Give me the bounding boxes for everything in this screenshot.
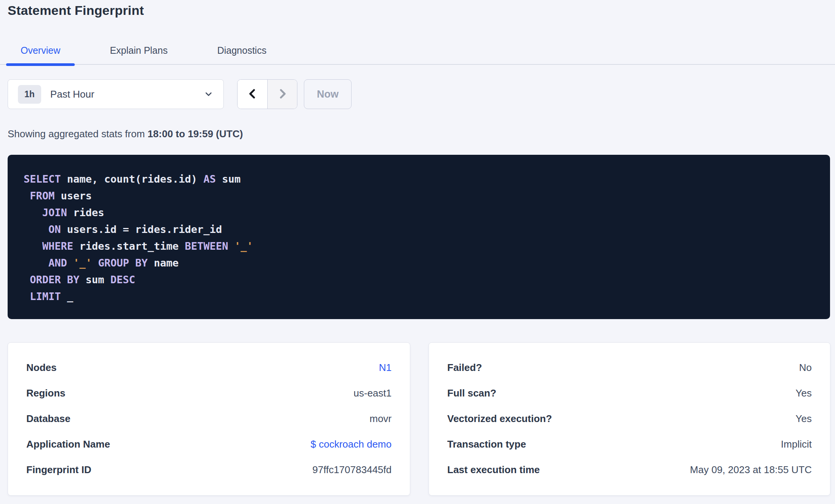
tab-overview[interactable]: Overview xyxy=(6,37,75,64)
detail-label: Nodes xyxy=(26,362,56,374)
sql-keyword: ON xyxy=(48,223,61,235)
statement-details-card-right: Failed?NoFull scan?YesVectorized executi… xyxy=(429,342,830,496)
sql-text xyxy=(24,274,30,286)
detail-label: Database xyxy=(26,413,71,425)
detail-label: Full scan? xyxy=(447,387,496,399)
time-range-label: Past Hour xyxy=(50,88,95,100)
detail-value: us-east1 xyxy=(353,387,392,399)
detail-row: Failed?No xyxy=(447,355,812,380)
detail-value: movr xyxy=(369,413,392,425)
sql-keyword: GROUP BY xyxy=(98,257,148,269)
sql-line: FROM users xyxy=(24,188,819,204)
sql-text xyxy=(67,257,73,269)
sql-text xyxy=(92,257,98,269)
sql-keyword: SELECT xyxy=(24,173,61,185)
now-button[interactable]: Now xyxy=(304,79,352,109)
sql-line: ORDER BY sum DESC xyxy=(24,271,819,288)
detail-label: Last execution time xyxy=(447,464,540,476)
detail-label: Vectorized execution? xyxy=(447,413,552,425)
sql-string-literal: '_' xyxy=(73,257,92,269)
time-range-dropdown[interactable]: 1h Past Hour xyxy=(8,79,224,109)
sql-text: users xyxy=(55,190,92,202)
next-time-window-button[interactable] xyxy=(267,80,297,109)
sql-text xyxy=(24,291,30,302)
sql-line: ON users.id = rides.rider_id xyxy=(24,221,819,238)
sql-line: LIMIT _ xyxy=(24,288,819,305)
detail-value: May 09, 2023 at 18:55 UTC xyxy=(690,464,812,476)
time-controls: 1h Past Hour Now xyxy=(8,79,352,109)
sql-text: _ xyxy=(61,291,74,302)
sql-text: users.id = rides.rider_id xyxy=(61,223,222,235)
sql-line: SELECT name, count(rides.id) AS sum xyxy=(24,171,819,188)
prev-time-window-button[interactable] xyxy=(238,80,267,109)
sql-line: WHERE rides.start_time BETWEEN '_' xyxy=(24,238,819,255)
sql-line: JOIN rides xyxy=(24,204,819,221)
detail-row: Transaction typeImplicit xyxy=(447,432,812,457)
sql-keyword: LIMIT xyxy=(30,291,61,302)
statement-details-card-left: NodesN1Regionsus-east1DatabasemovrApplic… xyxy=(8,342,410,496)
detail-label: Failed? xyxy=(447,362,482,374)
sql-text xyxy=(24,240,42,252)
chevron-right-icon xyxy=(276,87,289,101)
tab-label: Diagnostics xyxy=(217,45,267,56)
sql-text: rides.start_time xyxy=(73,240,185,252)
sql-keyword: FROM xyxy=(30,190,55,202)
stats-caption-range: 18:00 to 19:59 (UTC) xyxy=(148,128,243,140)
time-interval-badge: 1h xyxy=(18,85,41,104)
now-button-label: Now xyxy=(317,88,339,100)
sql-keyword: AS xyxy=(203,173,216,185)
time-window-nav xyxy=(237,79,297,109)
stats-caption-prefix: Showing aggregated stats from xyxy=(8,128,148,140)
sql-text: name xyxy=(148,257,178,269)
sql-statement-box: SELECT name, count(rides.id) AS sum FROM… xyxy=(8,155,830,319)
sql-code: SELECT name, count(rides.id) AS sum FROM… xyxy=(24,171,819,305)
sql-keyword: DESC xyxy=(111,274,135,286)
detail-value-link[interactable]: $ cockroach demo xyxy=(311,438,392,450)
tab-explain-plans[interactable]: Explain Plans xyxy=(95,37,182,64)
page-title: Statement Fingerprint xyxy=(8,3,144,18)
detail-row: Full scan?Yes xyxy=(447,380,812,406)
tab-label: Overview xyxy=(21,45,60,56)
sql-text xyxy=(24,190,30,202)
sql-keyword: AND xyxy=(48,257,67,269)
aggregated-stats-caption: Showing aggregated stats from 18:00 to 1… xyxy=(8,128,243,140)
tab-label: Explain Plans xyxy=(110,45,167,56)
detail-label: Regions xyxy=(26,387,66,399)
detail-row: Databasemovr xyxy=(26,406,392,432)
sql-line: AND '_' GROUP BY name xyxy=(24,255,819,271)
tab-bar: Overview Explain Plans Diagnostics xyxy=(0,37,835,65)
detail-row: NodesN1 xyxy=(26,355,392,380)
tab-diagnostics[interactable]: Diagnostics xyxy=(203,37,281,64)
detail-row: Fingerprint ID97ffc170783445fd xyxy=(26,457,392,483)
chevron-down-icon xyxy=(204,89,214,99)
sql-keyword: BETWEEN xyxy=(185,240,228,252)
sql-text xyxy=(24,223,48,235)
detail-value: No xyxy=(799,362,812,374)
sql-text: sum xyxy=(216,173,241,185)
sql-text: name, count(rides.id) xyxy=(61,173,204,185)
detail-value: Yes xyxy=(796,387,812,399)
sql-text xyxy=(228,240,234,252)
detail-row: Last execution timeMay 09, 2023 at 18:55… xyxy=(447,457,812,483)
sql-keyword: WHERE xyxy=(42,240,73,252)
detail-row: Vectorized execution?Yes xyxy=(447,406,812,432)
sql-text: rides xyxy=(67,207,104,218)
detail-value: 97ffc170783445fd xyxy=(312,464,392,476)
detail-value: Yes xyxy=(796,413,812,425)
sql-keyword: ORDER BY xyxy=(30,274,79,286)
chevron-left-icon xyxy=(246,87,259,101)
sql-text xyxy=(24,257,48,269)
sql-text: sum xyxy=(79,274,110,286)
sql-text xyxy=(24,207,42,218)
sql-keyword: JOIN xyxy=(42,207,67,218)
detail-label: Transaction type xyxy=(447,438,526,450)
detail-value: Implicit xyxy=(781,438,812,450)
sql-string-literal: '_' xyxy=(234,240,253,252)
detail-row: Regionsus-east1 xyxy=(26,380,392,406)
detail-row: Application Name$ cockroach demo xyxy=(26,432,392,457)
detail-label: Application Name xyxy=(26,438,110,450)
detail-label: Fingerprint ID xyxy=(26,464,91,476)
detail-value-link[interactable]: N1 xyxy=(379,362,392,374)
